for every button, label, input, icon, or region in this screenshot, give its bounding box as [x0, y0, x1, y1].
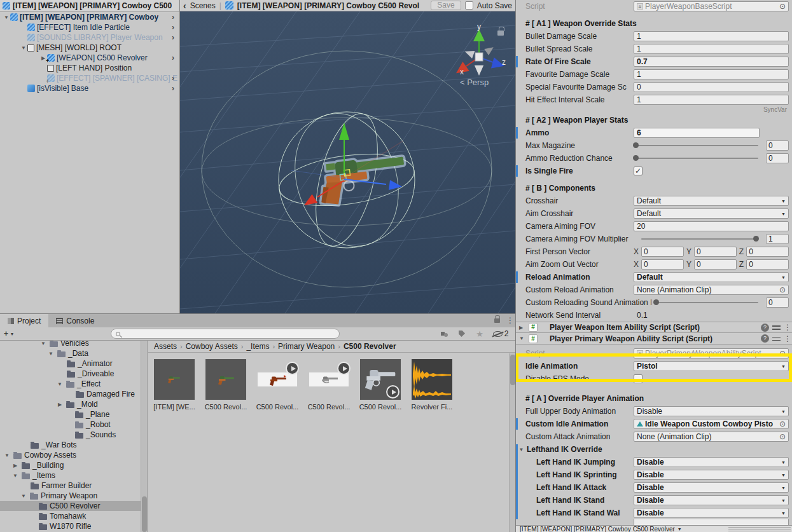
- reload-anim-dropdown[interactable]: Default▼: [634, 272, 789, 282]
- prefab-open-chevron-icon[interactable]: ›: [172, 53, 174, 62]
- tree-scrollbar[interactable]: [141, 341, 147, 532]
- expander-icon[interactable]: ▼: [3, 15, 10, 20]
- unlock-icon[interactable]: [494, 318, 500, 323]
- tree-item-items[interactable]: ▼_Items: [0, 470, 147, 481]
- camera-fov-mult-slider[interactable]: [641, 238, 758, 240]
- tree-item-c500-revolver[interactable]: C500 Revolver: [0, 501, 147, 511]
- tree-item-cowboy-assets[interactable]: ▼Cowboy Assets: [0, 450, 147, 460]
- hierarchy-row-left-hand[interactable]: [LEFT HAND] Position: [0, 63, 179, 73]
- fpv-x-field[interactable]: 0: [641, 247, 684, 257]
- scene-viewport[interactable]: y x z < Persp: [180, 11, 515, 313]
- object-picker-icon[interactable]: ⊙: [779, 433, 786, 440]
- hierarchy-row-sounds-library[interactable]: [SOUNDS LIBRARY] Player Weapon ›: [0, 32, 179, 43]
- tree-item-driveable[interactable]: _Driveable: [0, 369, 147, 379]
- presets-icon[interactable]: [772, 336, 781, 342]
- max-magazine-value[interactable]: 0: [766, 140, 789, 151]
- tree-item-plane[interactable]: _Plane: [0, 409, 147, 419]
- fpv-y-field[interactable]: 0: [694, 247, 737, 257]
- help-icon[interactable]: ?: [761, 324, 769, 332]
- tree-item-animator[interactable]: _Animator: [0, 358, 147, 369]
- breadcrumb-items[interactable]: _Items: [246, 342, 269, 351]
- ammo-reduction-slider[interactable]: [634, 158, 758, 159]
- tab-console[interactable]: Console: [48, 314, 102, 327]
- prefab-open-chevron-icon[interactable]: ›: [172, 74, 174, 83]
- full-upper-dropdown[interactable]: Disable▼: [634, 406, 789, 416]
- hit-effect-field[interactable]: 1: [634, 95, 789, 105]
- custom-idle-object-field[interactable]: Idle Weapon Custom Cowboy Pisto ⊙: [634, 419, 789, 429]
- camera-fov-field[interactable]: 20: [634, 221, 789, 231]
- ammo-field[interactable]: 6: [634, 128, 760, 138]
- tree-item-sounds[interactable]: _Sounds: [0, 430, 147, 440]
- rate-of-fire-field[interactable]: 0.7: [634, 57, 789, 67]
- ik-sprinting-dropdown[interactable]: Disable▼: [634, 470, 789, 480]
- tree-item-tomahawk[interactable]: Tomahawk: [0, 511, 147, 521]
- prefab-open-chevron-icon[interactable]: ›: [172, 23, 174, 32]
- breadcrumb-assets[interactable]: Assets: [154, 342, 177, 351]
- prefab-open-chevron-icon[interactable]: ›: [172, 84, 174, 93]
- auto-save-checkbox[interactable]: [465, 1, 473, 10]
- ik-attack-dropdown[interactable]: Disable▼: [634, 482, 789, 493]
- script2-object-field[interactable]: # PlayerPrimaryWeaponAbilityScript ⊙: [634, 348, 789, 358]
- ik-jumping-dropdown[interactable]: Disable▼: [634, 457, 789, 467]
- tree-item-vehicles[interactable]: ▼Vehicles: [0, 341, 147, 348]
- search-by-label-button[interactable]: [454, 329, 469, 339]
- save-button[interactable]: Save: [431, 1, 461, 10]
- search-by-type-button[interactable]: [436, 329, 452, 339]
- asset-item-prefab[interactable]: [ITEM] [WE...: [153, 359, 195, 411]
- foldout-open-icon[interactable]: ▼: [518, 447, 525, 453]
- fpv-z-field[interactable]: 0: [746, 247, 789, 257]
- aim-crosshair-dropdown[interactable]: Default▼: [634, 208, 789, 219]
- kebab-menu-icon[interactable]: ⋮: [506, 316, 511, 325]
- asset-item-audio[interactable]: Revolver Fi...: [411, 359, 453, 411]
- hierarchy-prefab-header[interactable]: [ITEM] [WEAPON] [PRIMARY] Cowboy C500: [0, 0, 179, 12]
- camera-fov-mult-value[interactable]: 1: [766, 234, 789, 244]
- component-header-primary-weapon-ability[interactable]: ▼ # Player Primary Weapon Ability Script…: [516, 333, 792, 344]
- tree-item-damaged-fire[interactable]: Damaged Fire: [0, 389, 147, 399]
- tree-item-war-bots[interactable]: _War Bots: [0, 440, 147, 450]
- play-button-icon[interactable]: [286, 362, 299, 375]
- bullet-damage-field[interactable]: 1: [634, 31, 789, 41]
- custom-reload-sound-value[interactable]: 0: [766, 297, 789, 308]
- ik-stand-dropdown[interactable]: Disable▼: [634, 495, 789, 505]
- object-picker-icon[interactable]: ⊙: [779, 350, 786, 357]
- tree-item-effect[interactable]: ▼_Effect: [0, 379, 147, 389]
- breadcrumb-scenes[interactable]: Scenes: [190, 1, 216, 10]
- disable-fps-checkbox[interactable]: [634, 374, 643, 383]
- asset-item-anim-2[interactable]: C500 Revol...: [308, 359, 350, 411]
- idle-animation-dropdown[interactable]: Pistol▼: [634, 361, 789, 371]
- asset-item-anim-1[interactable]: C500 Revol...: [256, 359, 298, 411]
- asset-grid-scrollbar[interactable]: [509, 353, 515, 532]
- favourite-damage-field[interactable]: 1: [634, 69, 789, 79]
- tab-project[interactable]: Project: [0, 314, 48, 327]
- asset-item-model[interactable]: C500 Revol...: [359, 359, 401, 411]
- ik-stand-wal-dropdown[interactable]: Disable▼: [634, 508, 789, 518]
- foldout-closed-icon[interactable]: ▶: [519, 325, 525, 331]
- play-button-icon[interactable]: [337, 362, 351, 375]
- max-magazine-slider[interactable]: [634, 145, 758, 146]
- hierarchy-row-effect-spawner[interactable]: [EFFECT] [SPAWNER] [CASING] E ›: [0, 73, 179, 83]
- hierarchy-row-effect-idle[interactable]: [EFFECT] Item Idle Particle ›: [0, 22, 179, 32]
- tree-item-mold[interactable]: ▶_Mold: [0, 399, 147, 409]
- hierarchy-row-weapon-revolver[interactable]: ▶ [WEAPON] C500 Revolver ›: [0, 53, 179, 63]
- ammo-reduction-value[interactable]: 0: [766, 153, 789, 163]
- script-object-field[interactable]: # PlayerWeaponBaseScript ⊙: [634, 1, 789, 11]
- prefab-open-chevron-icon[interactable]: ›: [172, 33, 174, 42]
- kebab-menu-icon[interactable]: ⋮: [784, 323, 789, 332]
- tree-item-w1870-rifle[interactable]: W1870 Rifle: [0, 521, 147, 531]
- tree-item-farmer-builder[interactable]: Farmer Builder: [0, 481, 147, 491]
- custom-reload-sound-slider[interactable]: [654, 302, 758, 303]
- presets-icon[interactable]: [772, 324, 781, 331]
- azv-x-field[interactable]: 0: [641, 259, 684, 269]
- bullet-spread-field[interactable]: 1: [634, 44, 789, 54]
- is-single-fire-checkbox[interactable]: ✓: [634, 167, 643, 175]
- breadcrumb-c500-revolver[interactable]: C500 Revolver: [344, 342, 396, 351]
- hierarchy-row-mesh-root[interactable]: ▼ [MESH] [WORLD] ROOT: [0, 43, 179, 53]
- back-arrow-icon[interactable]: ‹: [183, 1, 186, 10]
- asset-item-weapon-prefab[interactable]: C500 Revol...: [205, 359, 247, 411]
- hierarchy-row-root[interactable]: ▼ [ITEM] [WEAPON] [PRIMARY] Cowboy ›: [0, 12, 179, 22]
- lefthand-ik-foldout[interactable]: ▼ Lefthand IK Override: [516, 443, 792, 456]
- expander-icon[interactable]: ▼: [20, 45, 27, 51]
- scene-lock-icon[interactable]: [497, 31, 504, 36]
- custom-reload-object-field[interactable]: None (Animation Clip)⊙: [634, 285, 789, 295]
- help-icon[interactable]: ?: [761, 334, 769, 343]
